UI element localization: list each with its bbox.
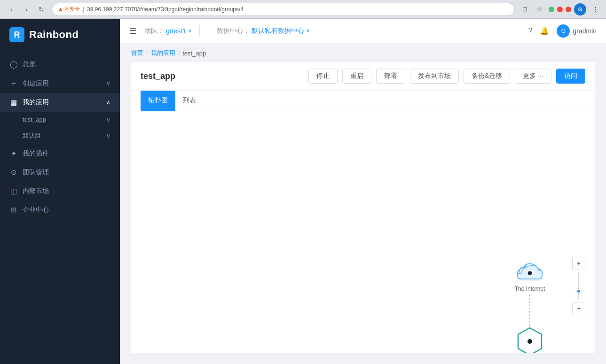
logo-area: R Rainbond xyxy=(0,19,120,51)
team-name: grtest1 xyxy=(166,27,186,35)
sidebar: R Rainbond ◯ 总览 ＋ 创建应用 ∨ ▦ 我的应用 ∧ test_a… xyxy=(0,19,120,364)
page-tabs: 拓扑图 列表 xyxy=(131,91,595,111)
browser-actions: ⊡ ☆ G ⋮ xyxy=(519,3,601,15)
internet-node-label: The Internet xyxy=(515,286,545,292)
user-name: gradmin xyxy=(573,27,597,35)
breadcrumb-current: test_app xyxy=(182,50,206,57)
visit-button[interactable]: 访问 xyxy=(556,69,585,84)
stop-button[interactable]: 停止 xyxy=(308,69,338,84)
team-mgmt-label: 团队管理 xyxy=(23,168,49,177)
default-group-expand: ∨ xyxy=(106,132,110,139)
back-button[interactable]: ‹ xyxy=(5,3,18,16)
header-right: ? 🔔 G gradmin xyxy=(528,24,597,38)
sidebar-subitem-test-app[interactable]: test_app ∨ xyxy=(0,112,120,127)
zoom-controls: + − xyxy=(572,257,585,315)
user-avatar: G xyxy=(557,24,570,38)
tab-topology[interactable]: 拓扑图 xyxy=(141,91,175,111)
topology-canvas: The Internet springboot xyxy=(131,111,595,353)
zoom-slider[interactable] xyxy=(578,272,579,300)
connector-lines xyxy=(131,111,595,353)
test-app-label: test_app xyxy=(23,116,46,123)
overview-label: 总览 xyxy=(23,60,36,69)
extension-1 xyxy=(549,7,554,12)
my-plugins-icon: ✦ xyxy=(9,149,18,158)
sidebar-item-my-plugins[interactable]: ✦ 我的插件 xyxy=(0,144,120,163)
sidebar-item-overview[interactable]: ◯ 总览 xyxy=(0,55,120,74)
tab-list[interactable]: 列表 xyxy=(175,91,204,111)
backup-button[interactable]: 备份&迁移 xyxy=(464,69,510,84)
extension-2 xyxy=(557,7,563,12)
my-plugins-label: 我的插件 xyxy=(23,149,49,158)
notification-icon[interactable]: 🔔 xyxy=(540,26,549,35)
security-warning: ▲ 不安全 xyxy=(58,6,80,13)
zoom-out-button[interactable]: − xyxy=(572,302,585,315)
reload-button[interactable]: ↻ xyxy=(35,3,48,16)
svg-point-7 xyxy=(528,271,532,275)
cloud-icon xyxy=(513,257,546,283)
sidebar-nav: ◯ 总览 ＋ 创建应用 ∨ ▦ 我的应用 ∧ test_app ∨ 默认组 ∨ xyxy=(0,51,120,364)
forward-button[interactable]: › xyxy=(20,3,33,16)
my-apps-label: 我的应用 xyxy=(23,98,49,107)
hamburger-icon[interactable]: ☰ xyxy=(129,26,137,36)
datacenter-selector[interactable]: 数据中心： 默认私有数据中心 ∨ xyxy=(217,27,310,35)
internet-node[interactable]: The Internet xyxy=(513,257,546,292)
address-bar[interactable]: ▲ 不安全 | 39.96.199.227:7070/#/team/734ipg… xyxy=(52,3,515,16)
enterprise-center-icon: ⊞ xyxy=(9,206,18,214)
nav-buttons: ‹ › ↻ xyxy=(5,3,48,16)
browser-chrome: ‹ › ↻ ▲ 不安全 | 39.96.199.227:7070/#/team/… xyxy=(0,0,606,19)
topo-container: The Internet springboot xyxy=(131,111,595,353)
logo-icon: R xyxy=(9,27,24,42)
page-header: test_app 停止 重启 部署 发布到市场 备份&迁移 更多 ··· 访问 xyxy=(131,62,595,91)
team-label: 团队： xyxy=(144,27,164,35)
dc-label: 数据中心： xyxy=(217,27,250,35)
default-group-label: 默认组 xyxy=(23,132,41,140)
enterprise-center-label: 企业中心 xyxy=(23,206,49,214)
app-container: R Rainbond ◯ 总览 ＋ 创建应用 ∨ ▦ 我的应用 ∧ test_a… xyxy=(0,19,606,364)
bookmark-btn[interactable]: ☆ xyxy=(534,3,546,15)
sidebar-subitem-default-group[interactable]: 默认组 ∨ xyxy=(0,127,120,144)
my-apps-expand-icon: ∧ xyxy=(106,99,110,106)
screenshot-btn[interactable]: ⊡ xyxy=(519,3,531,15)
create-app-icon: ＋ xyxy=(9,79,18,88)
springboot-hex-icon xyxy=(516,326,544,353)
sidebar-item-enterprise-center[interactable]: ⊞ 企业中心 xyxy=(0,201,120,219)
breadcrumb-home[interactable]: 首页 xyxy=(131,49,143,57)
create-app-label: 创建应用 xyxy=(23,79,49,88)
internal-market-label: 内部市场 xyxy=(23,187,49,195)
internal-market-icon: ◫ xyxy=(9,187,18,195)
breadcrumb-sep-2: / xyxy=(178,50,180,57)
menu-btn[interactable]: ⋮ xyxy=(589,3,601,15)
deploy-button[interactable]: 部署 xyxy=(376,69,405,84)
team-dropdown-icon: ∨ xyxy=(188,28,192,34)
test-app-expand: ∨ xyxy=(106,116,110,123)
dc-name: 默认私有数据中心 xyxy=(252,27,304,35)
help-icon[interactable]: ? xyxy=(528,27,533,35)
breadcrumb: 首页 / 我的应用 / test_app xyxy=(120,43,606,57)
sidebar-item-internal-market[interactable]: ◫ 内部市场 xyxy=(0,182,120,201)
sidebar-item-my-apps[interactable]: ▦ 我的应用 ∧ xyxy=(0,93,120,112)
top-header: ☰ 团队： grtest1 ∨ 数据中心： 默认私有数据中心 ∨ ? 🔔 G g… xyxy=(120,19,606,43)
url-text: 39.96.199.227:7070/#/team/734ipgqt/regio… xyxy=(87,6,244,13)
create-app-expand-icon: ∨ xyxy=(106,80,110,87)
zoom-thumb xyxy=(576,289,581,294)
user-area[interactable]: G gradmin xyxy=(557,24,597,38)
team-selector[interactable]: 团队： grtest1 ∨ xyxy=(144,27,192,35)
profile-avatar[interactable]: G xyxy=(574,3,586,15)
content-area: 首页 / 我的应用 / test_app test_app 停止 重启 部署 发… xyxy=(120,43,606,364)
breadcrumb-sep-1: / xyxy=(146,50,148,57)
springboot-node[interactable]: springboot xyxy=(516,326,544,353)
page-title: test_app xyxy=(141,71,175,81)
logo-text: Rainbond xyxy=(29,29,79,41)
breadcrumb-my-apps[interactable]: 我的应用 xyxy=(151,49,175,57)
sidebar-item-create-app[interactable]: ＋ 创建应用 ∨ xyxy=(0,74,120,93)
sidebar-item-team-mgmt[interactable]: ⊙ 团队管理 xyxy=(0,163,120,182)
overview-icon: ◯ xyxy=(9,60,18,69)
dc-dropdown-icon: ∨ xyxy=(306,28,310,34)
extension-3 xyxy=(566,7,571,12)
my-apps-icon: ▦ xyxy=(9,98,18,107)
svg-point-9 xyxy=(527,339,532,344)
more-button[interactable]: 更多 ··· xyxy=(515,69,551,84)
publish-button[interactable]: 发布到市场 xyxy=(410,69,459,84)
restart-button[interactable]: 重启 xyxy=(342,69,371,84)
zoom-in-button[interactable]: + xyxy=(572,257,585,270)
